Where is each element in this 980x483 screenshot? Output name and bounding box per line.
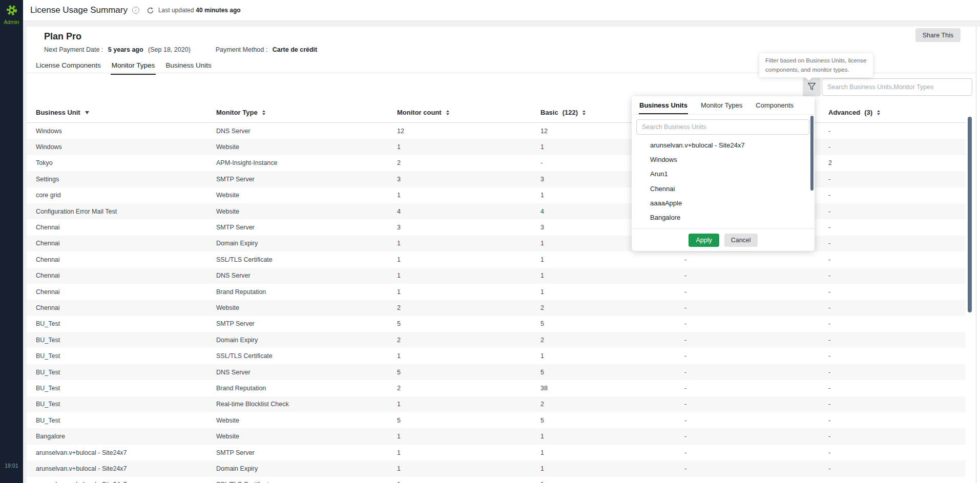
apply-button[interactable]: Apply [689, 234, 719, 247]
table-row: arunselvan.v+bulocal - Site24x7SSL/TLS C… [27, 477, 966, 483]
table-cell: 2 [540, 337, 684, 344]
column-header-advanced[interactable]: Advanced(3) [828, 109, 966, 116]
table-cell: Configuration Error Mail Test [36, 208, 216, 215]
info-icon[interactable]: i [132, 7, 139, 14]
table-cell: - [684, 433, 828, 440]
table-cell: SSL/TLS Certificate [216, 481, 397, 483]
table-cell: - [684, 465, 828, 472]
popup-search-input[interactable] [636, 119, 809, 135]
popup-scrollbar-thumb[interactable] [810, 116, 814, 191]
popup-tab-monitor-types[interactable]: Monitor Types [700, 96, 743, 114]
admin-nav-item[interactable]: Admin [0, 4, 23, 25]
popup-tab-components[interactable]: Components [755, 96, 794, 114]
table-cell: 1 [540, 465, 684, 472]
table-cell: 1 [540, 272, 684, 279]
table-cell: Chennai [36, 256, 216, 263]
filter-popup-item[interactable]: arunselvan.v+bulocal - Site24x7 [632, 138, 815, 152]
gear-icon [6, 9, 18, 18]
share-this-button[interactable]: Share This [915, 28, 961, 42]
table-cell: - [828, 352, 966, 360]
table-cell: core grid [36, 192, 216, 199]
refresh-icon[interactable] [147, 7, 154, 14]
page-title: License Usage Summary [30, 5, 128, 15]
page-scrollbar-thumb[interactable] [968, 117, 972, 312]
table-cell: - [828, 143, 966, 151]
admin-label: Admin [0, 19, 23, 25]
table-row: Configuration Error Mail TestWebsite44-- [27, 203, 966, 219]
table-cell: SMTP Server [216, 449, 397, 456]
filter-popup: Business Units Monitor Types Components … [632, 96, 815, 251]
table-cell: 1 [397, 192, 540, 199]
table-cell: - [828, 320, 966, 327]
table-cell: - [828, 481, 966, 483]
table-cell: - [684, 304, 828, 311]
table-cell: 5 [540, 417, 684, 424]
table-row: arunselvan.v+bulocal - Site24x7Domain Ex… [27, 460, 966, 476]
table-cell: Brand Reputation [216, 385, 397, 392]
table-row: WindowsDNS Server1212-- [27, 123, 966, 139]
table-cell: 4 [397, 208, 540, 215]
table-cell: DNS Server [216, 272, 397, 279]
table-cell: 1 [397, 481, 540, 483]
filter-popup-item[interactable]: Chennai [632, 181, 815, 196]
table-row: SettingsSMTP Server33-- [27, 171, 966, 187]
table-row: core gridWebsite11-- [27, 187, 966, 203]
sort-desc-icon [85, 111, 89, 114]
table-cell: - [828, 304, 966, 311]
admin-sidebar: Admin 19:01 [0, 0, 23, 483]
table-cell: 2 [540, 304, 684, 311]
sort-both-icon [877, 110, 880, 115]
popup-tab-business-units[interactable]: Business Units [639, 96, 688, 114]
filter-popup-item[interactable]: Bangalore [632, 210, 815, 224]
table-cell: Website [216, 304, 397, 311]
top-header-bar: License Usage Summary i Last updated40 m… [23, 0, 980, 21]
funnel-icon [807, 82, 816, 92]
table-row: ChennaiSMTP Server33-- [27, 219, 966, 235]
table-cell: - [684, 449, 828, 456]
cancel-button[interactable]: Cancel [724, 234, 758, 247]
next-payment-relative: 5 years ago [108, 46, 143, 53]
table-cell: 1 [397, 143, 540, 151]
table-cell: - [684, 369, 828, 376]
payment-method-label: Payment Method : [216, 46, 267, 53]
table-cell: 1 [397, 256, 540, 263]
plan-meta: Next Payment Date : 5 years ago (Sep 18,… [44, 46, 317, 53]
table-cell: 5 [540, 369, 684, 376]
table-cell: Chennai [36, 304, 216, 311]
table-cell: BU_Test [36, 320, 216, 327]
payment-method-value: Carte de crédit [273, 46, 318, 53]
next-payment-label: Next Payment Date : [44, 46, 103, 53]
filter-popup-item[interactable]: aaaaApple [632, 196, 815, 210]
filter-popup-item[interactable]: Windows [632, 152, 815, 166]
table-cell: 12 [397, 128, 540, 135]
table-cell: - [828, 433, 966, 440]
table-cell: - [828, 385, 966, 392]
table-cell: - [828, 256, 966, 263]
filter-popup-list: arunselvan.v+bulocal - Site24x7WindowsAr… [632, 138, 815, 228]
table-cell: Windows [36, 128, 216, 135]
table-row: BU_TestBrand Reputation238-- [27, 380, 966, 396]
table-cell: Chennai [36, 272, 216, 279]
search-input[interactable] [822, 78, 972, 96]
table-cell: 1 [540, 288, 684, 296]
column-header-monitor-count[interactable]: Monitor count [397, 109, 540, 116]
table-cell: Website [216, 433, 397, 440]
table-cell: 1 [397, 465, 540, 472]
filter-tooltip-text-line1: Filter based on Business Units, license [765, 56, 867, 66]
table-row: TokyoAPM-Insight-Instance2--2 [27, 155, 966, 171]
column-header-monitor-type[interactable]: Monitor Type [216, 109, 397, 116]
table-row: ChennaiDNS Server11-- [27, 268, 966, 284]
table-cell: 5 [397, 320, 540, 327]
filter-button[interactable] [803, 78, 821, 96]
table-cell: 1 [397, 288, 540, 296]
table-cell: APM-Insight-Instance [216, 159, 397, 166]
table-cell: 38 [540, 385, 684, 392]
table-cell: DNS Server [216, 128, 397, 135]
table-row: BU_TestWebsite55-- [27, 412, 966, 428]
table-row: BU_TestDNS Server55-- [27, 364, 966, 380]
table-cell: 1 [540, 481, 684, 483]
table-row: ChennaiSSL/TLS Certificate11-- [27, 251, 966, 267]
table-cell: - [828, 401, 966, 408]
column-header-business-unit[interactable]: Business Unit [36, 109, 216, 116]
filter-popup-item[interactable]: Arun1 [632, 167, 815, 181]
